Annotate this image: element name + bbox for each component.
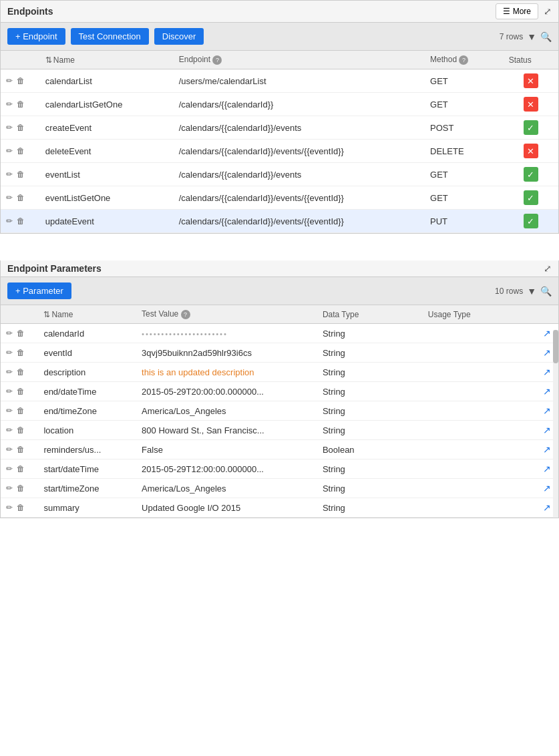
edit-icon[interactable]: ✏ — [6, 464, 13, 474]
link-out-icon[interactable]: ↗ — [543, 463, 551, 474]
delete-icon[interactable]: 🗑 — [17, 170, 25, 179]
discover-button[interactable]: Discover — [154, 28, 204, 45]
delete-icon[interactable]: 🗑 — [17, 123, 25, 132]
endpoint-name: eventList — [40, 163, 174, 186]
edit-icon[interactable]: ✏ — [6, 170, 13, 179]
delete-icon[interactable]: 🗑 — [17, 445, 25, 454]
edit-icon[interactable]: ✏ — [6, 503, 13, 512]
endpoint-status: ✓ — [504, 210, 558, 233]
status-success-icon: ✓ — [524, 167, 538, 182]
th-actions — [1, 51, 40, 69]
status-success-icon: ✓ — [524, 190, 538, 205]
delete-icon[interactable]: 🗑 — [17, 329, 25, 338]
edit-icon[interactable]: ✏ — [6, 425, 13, 435]
link-out-icon[interactable]: ↗ — [543, 425, 551, 435]
edit-icon[interactable]: ✏ — [6, 193, 13, 202]
delete-icon[interactable]: 🗑 — [17, 146, 25, 156]
params-row-count: 10 rows — [495, 287, 523, 296]
param-test-value: America/Los_Angeles — [142, 484, 226, 494]
param-test-value: 2015-05-29T20:00:00.000000... — [142, 387, 264, 397]
row-actions: ✏ 🗑 — [1, 421, 38, 440]
params-filter-button[interactable]: ▼ — [527, 286, 536, 297]
add-parameter-button[interactable]: + Parameter — [7, 282, 71, 299]
edit-icon[interactable]: ✏ — [6, 329, 13, 338]
edit-icon[interactable]: ✏ — [6, 100, 13, 109]
link-out-icon[interactable]: ↗ — [543, 386, 551, 397]
table-row: ✏ 🗑 updateEvent /calendars/{{calendarId}… — [1, 210, 558, 233]
params-toolbar-buttons: + Parameter — [7, 282, 71, 299]
section-gap — [0, 234, 559, 260]
delete-icon[interactable]: 🗑 — [17, 406, 25, 415]
filter-button[interactable]: ▼ — [527, 31, 536, 42]
delete-icon[interactable]: 🗑 — [17, 503, 25, 512]
params-table-header: ⇅ Name Test Value ? Data Type Usage Type — [1, 305, 558, 324]
param-data-type: String — [317, 401, 423, 421]
edit-icon[interactable]: ✏ — [6, 76, 13, 85]
table-row: ✏ 🗑 calendarListGetOne /calendars/{{cale… — [1, 93, 558, 116]
status-success-icon: ✓ — [524, 214, 538, 228]
params-expand-icon[interactable]: ⤢ — [544, 263, 552, 274]
edit-icon[interactable]: ✏ — [6, 367, 13, 377]
delete-icon[interactable]: 🗑 — [17, 193, 25, 202]
delete-icon[interactable]: 🗑 — [17, 76, 25, 85]
params-toolbar-right: 10 rows ▼ 🔍 — [495, 286, 552, 297]
link-out-icon[interactable]: ↗ — [543, 444, 551, 455]
endpoint-help-icon[interactable]: ? — [212, 55, 222, 65]
delete-icon[interactable]: 🗑 — [17, 425, 25, 435]
table-row: ✏ 🗑 summary Updated Google I/O 2015 Stri… — [1, 498, 558, 518]
param-usage-type — [423, 343, 536, 363]
table-row: ✏ 🗑 eventListGetOne /calendars/{{calenda… — [1, 186, 558, 210]
search-button[interactable]: 🔍 — [540, 31, 552, 42]
params-title: Endpoint Parameters — [7, 263, 102, 274]
param-test-value: 2015-05-29T12:00:00.000000... — [142, 464, 264, 474]
delete-icon[interactable]: 🗑 — [17, 464, 25, 474]
row-actions: ✏ 🗑 — [1, 440, 38, 459]
link-out-icon[interactable]: ↗ — [543, 367, 551, 377]
param-sort-icon: ⇅ — [43, 310, 50, 319]
endpoint-name: eventListGetOne — [40, 186, 174, 210]
param-test-value: Updated Google I/O 2015 — [142, 503, 240, 513]
param-name: eventId — [38, 343, 136, 363]
link-out-icon[interactable]: ↗ — [543, 483, 551, 494]
more-button[interactable]: ☰ More — [496, 3, 538, 19]
row-count: 7 rows — [500, 32, 523, 41]
edit-icon[interactable]: ✏ — [6, 146, 13, 156]
edit-icon[interactable]: ✏ — [6, 348, 13, 357]
link-out-icon[interactable]: ↗ — [543, 405, 551, 416]
edit-icon[interactable]: ✏ — [6, 123, 13, 132]
param-test-value: False — [142, 445, 163, 455]
add-endpoint-button[interactable]: + Endpoint — [7, 28, 65, 45]
method-help-icon[interactable]: ? — [459, 55, 468, 65]
test-connection-button[interactable]: Test Connection — [71, 28, 149, 45]
expand-icon[interactable]: ⤢ — [544, 6, 552, 17]
delete-icon[interactable]: 🗑 — [17, 367, 25, 377]
row-actions: ✏ 🗑 — [1, 401, 38, 421]
link-out-icon[interactable]: ↗ — [543, 347, 551, 358]
delete-icon[interactable]: 🗑 — [17, 348, 25, 357]
menu-lines-icon: ☰ — [503, 7, 510, 16]
test-value-help-icon[interactable]: ? — [181, 310, 190, 319]
scrollbar-track[interactable] — [553, 330, 558, 518]
params-table: ⇅ Name Test Value ? Data Type Usage Type — [1, 305, 558, 518]
link-out-icon[interactable]: ↗ — [543, 502, 551, 513]
param-test-value-cell: 2015-05-29T12:00:00.000000... — [136, 459, 317, 479]
th-name-sort[interactable]: ⇅ Name — [45, 55, 75, 65]
params-search-button[interactable]: 🔍 — [540, 286, 552, 297]
row-actions: ✏ 🗑 — [1, 459, 38, 479]
table-row: ✏ 🗑 end/timeZone America/Los_Angeles Str… — [1, 401, 558, 421]
delete-icon[interactable]: 🗑 — [17, 387, 25, 396]
edit-icon[interactable]: ✏ — [6, 484, 13, 493]
edit-icon[interactable]: ✏ — [6, 216, 13, 226]
endpoint-method: GET — [425, 163, 504, 186]
edit-icon[interactable]: ✏ — [6, 445, 13, 454]
link-out-icon[interactable]: ↗ — [543, 328, 551, 339]
scrollbar-thumb[interactable] — [553, 330, 558, 363]
delete-icon[interactable]: 🗑 — [17, 484, 25, 493]
edit-icon[interactable]: ✏ — [6, 406, 13, 415]
param-usage-type — [423, 421, 536, 440]
delete-icon[interactable]: 🗑 — [17, 216, 25, 226]
endpoints-table-header: ⇅ Name Endpoint ? Method ? Status — [1, 51, 558, 69]
th-param-name-sort[interactable]: ⇅ Name — [43, 310, 73, 319]
edit-icon[interactable]: ✏ — [6, 387, 13, 396]
delete-icon[interactable]: 🗑 — [17, 100, 25, 109]
